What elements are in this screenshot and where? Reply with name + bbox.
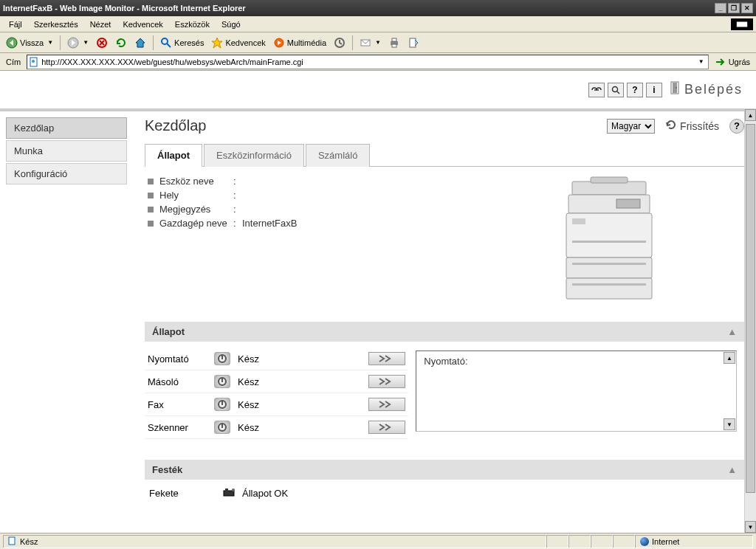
tab-counter[interactable]: Számláló	[306, 144, 370, 167]
media-button[interactable]: Multimédia	[270, 35, 329, 50]
search-header-icon[interactable]	[608, 83, 624, 97]
sidebar-item-config[interactable]: Konfiguráció	[6, 163, 127, 184]
device-name-label: Eszköz neve	[159, 176, 233, 187]
stop-icon	[96, 37, 108, 49]
app-header: ? i Belépés	[0, 71, 756, 109]
page-title: Kezdőlap	[145, 117, 607, 134]
maximize-button[interactable]: ❐	[728, 3, 740, 13]
help-header-icon[interactable]: ?	[627, 83, 643, 97]
address-url: http://XXX.XXX.XXX.XXX/web/guest/hu/webs…	[41, 58, 695, 66]
link-icon[interactable]	[588, 83, 605, 97]
svg-rect-22	[572, 218, 585, 224]
svg-rect-35	[221, 424, 223, 428]
edit-icon	[408, 37, 419, 49]
menu-bar: Fájl Szerkesztés Nézet Kedvencek Eszközö…	[0, 16, 756, 32]
tab-device-info[interactable]: Eszközinformáció	[204, 144, 304, 167]
scroll-up-button[interactable]: ▲	[724, 352, 735, 364]
status-ready-icon	[214, 398, 230, 411]
page-icon	[29, 57, 39, 67]
back-arrow-icon	[6, 37, 18, 49]
address-field[interactable]: http://XXX.XXX.XXX.XXX/web/guest/hu/webs…	[27, 55, 708, 69]
status-message-label: Nyomtató:	[424, 356, 467, 367]
device-comment-label: Megjegyzés	[159, 204, 233, 215]
svg-rect-36	[224, 491, 234, 496]
menu-file[interactable]: Fájl	[3, 18, 28, 30]
menu-tools[interactable]: Eszközök	[169, 18, 216, 30]
info-header-icon[interactable]: i	[646, 83, 662, 97]
browser-toolbar: Vissza ▼ ▼ Keresés Kedvencek Multimédia …	[0, 32, 756, 53]
svg-rect-26	[566, 278, 652, 299]
svg-point-12	[32, 60, 35, 63]
device-location-label: Hely	[159, 190, 233, 201]
status-details-button[interactable]	[368, 352, 405, 365]
svg-rect-10	[410, 38, 416, 47]
svg-rect-18	[591, 177, 628, 183]
svg-point-13	[612, 86, 617, 92]
close-button[interactable]: ✕	[741, 3, 753, 13]
svg-rect-31	[221, 378, 223, 382]
refresh-circle-icon	[665, 119, 677, 133]
status-details-button[interactable]	[368, 375, 405, 388]
search-button[interactable]: Keresés	[157, 35, 207, 50]
menu-view[interactable]: Nézet	[84, 18, 117, 30]
toner-status: Állapot OK	[242, 488, 288, 499]
menu-help[interactable]: Súgó	[216, 18, 247, 30]
minimize-button[interactable]: _	[715, 3, 726, 13]
svg-rect-33	[221, 401, 223, 405]
edit-button[interactable]	[405, 35, 422, 50]
printer-illustration-icon	[550, 174, 668, 307]
login-button[interactable]: Belépés	[665, 81, 747, 98]
window-titlebar: InternetFaxB - Web Image Monitor - Micro…	[0, 0, 756, 16]
forward-button[interactable]: ▼	[64, 35, 92, 50]
device-host-value: InternetFaxB	[242, 218, 297, 229]
page-scrollbar[interactable]: ▲ ▼	[744, 109, 756, 533]
menu-favorites[interactable]: Kedvencek	[117, 18, 168, 30]
main-area: Kezdőlap Munka Konfiguráció Kezdőlap Mag…	[0, 109, 756, 511]
svg-rect-23	[572, 241, 646, 243]
refresh-button[interactable]	[112, 35, 130, 50]
status-row-scanner: Szkenner Kész	[145, 416, 408, 439]
scroll-down-button[interactable]: ▼	[724, 418, 735, 430]
device-host-label: Gazdagép neve	[159, 218, 233, 229]
favorites-button[interactable]: Kedvencek	[208, 35, 268, 50]
tab-status[interactable]: Állapot	[145, 144, 202, 167]
svg-point-16	[676, 87, 677, 89]
history-button[interactable]	[331, 35, 348, 50]
status-details-button[interactable]	[368, 421, 405, 434]
device-info: Eszköz neve: Hely: Megjegyzés: Gazdagép …	[145, 174, 475, 307]
address-bar: Cím http://XXX.XXX.XXX.XXX/web/guest/hu/…	[0, 53, 756, 71]
collapse-icon[interactable]: ▲	[727, 326, 737, 337]
status-ready-icon	[214, 421, 230, 434]
globe-icon	[640, 537, 649, 546]
collapse-icon[interactable]: ▲	[727, 464, 737, 475]
address-dropdown[interactable]: ▼	[696, 58, 707, 65]
print-icon	[388, 37, 400, 49]
go-button[interactable]: Ugrás	[712, 56, 753, 68]
svg-rect-24	[566, 258, 652, 278]
page-refresh-button[interactable]: Frissítés	[665, 119, 719, 133]
window-title: InternetFaxB - Web Image Monitor - Micro…	[3, 4, 246, 13]
status-row-copier: Másoló Kész	[145, 370, 408, 393]
svg-rect-20	[616, 199, 640, 208]
mail-button[interactable]: ▼	[357, 35, 384, 50]
section-status-header: Állapot ▲	[145, 322, 744, 342]
stop-button[interactable]	[93, 35, 111, 50]
history-icon	[334, 37, 346, 49]
toner-cartridge-icon	[223, 487, 238, 500]
svg-point-38	[232, 488, 235, 491]
sidebar-item-job[interactable]: Munka	[6, 140, 127, 162]
section-toner-header: Festék ▲	[145, 460, 744, 480]
status-details-button[interactable]	[368, 398, 405, 411]
sidebar-item-home[interactable]: Kezdőlap	[6, 117, 127, 139]
back-button[interactable]: Vissza ▼	[3, 35, 56, 50]
home-button[interactable]	[131, 35, 149, 50]
menu-edit[interactable]: Szerkesztés	[28, 18, 84, 30]
tab-bar: Állapot Eszközinformáció Számláló	[145, 143, 744, 167]
print-button[interactable]	[385, 35, 403, 50]
page-help-button[interactable]: ?	[729, 119, 744, 134]
svg-point-3	[162, 38, 168, 44]
svg-rect-8	[392, 38, 396, 41]
language-select[interactable]: Magyar	[607, 119, 655, 134]
star-icon	[211, 37, 223, 49]
browser-statusbar: Kész Internet	[0, 533, 756, 549]
